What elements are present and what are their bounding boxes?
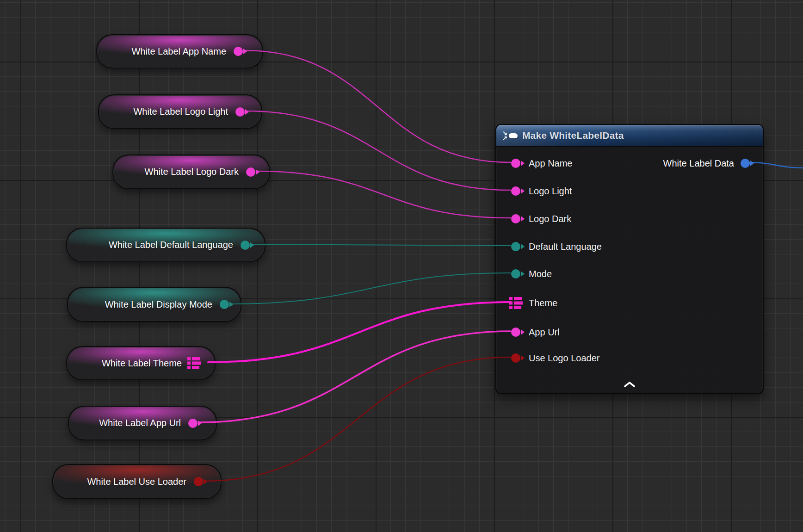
- input-pin-row[interactable]: Theme: [496, 294, 557, 312]
- input-pin-row[interactable]: Logo Light: [496, 182, 572, 200]
- variable-node[interactable]: White Label App Url: [68, 406, 217, 440]
- make-node-header[interactable]: ↘↗ Make WhiteLabelData: [496, 125, 763, 146]
- pin-label: Logo Dark: [529, 214, 571, 224]
- pin-label: Theme: [529, 298, 557, 309]
- pin-label: White Label Data: [663, 158, 734, 169]
- wire[interactable]: [230, 273, 511, 304]
- make-node[interactable]: ↘↗ Make WhiteLabelData App NameLogo Ligh…: [495, 124, 764, 394]
- variable-node[interactable]: White Label Use Loader: [52, 464, 222, 499]
- pin-label: Mode: [529, 269, 552, 279]
- node-title: Make WhiteLabelData: [522, 130, 624, 141]
- variable-node-label: White Label Theme: [102, 347, 182, 379]
- variable-node[interactable]: White Label Logo Light: [98, 94, 262, 129]
- blueprint-canvas[interactable]: White Label App NameWhite Label Logo Lig…: [0, 0, 803, 532]
- variable-node-label: White Label Default Language: [109, 229, 233, 261]
- input-pin-row[interactable]: Mode: [496, 265, 552, 283]
- variable-node-label: White Label Use Loader: [87, 465, 186, 498]
- data-pin-icon[interactable]: [511, 353, 520, 363]
- struct-pin-icon[interactable]: [509, 296, 523, 310]
- data-pin-icon[interactable]: [511, 242, 520, 251]
- wire[interactable]: [251, 244, 511, 246]
- input-pin-row[interactable]: Use Logo Loader: [496, 349, 599, 367]
- wire[interactable]: [208, 302, 511, 362]
- make-struct-icon: ↘↗: [502, 130, 518, 141]
- data-pin-icon[interactable]: [188, 419, 198, 428]
- wire[interactable]: [246, 111, 511, 190]
- data-pin-icon[interactable]: [741, 159, 750, 168]
- pin-label: Logo Light: [529, 186, 572, 197]
- variable-node-label: White Label Logo Dark: [145, 155, 239, 188]
- data-pin-icon[interactable]: [234, 47, 243, 56]
- data-pin-icon[interactable]: [511, 328, 520, 337]
- struct-pin-icon[interactable]: [187, 356, 201, 370]
- input-pin-row[interactable]: App Name: [496, 154, 573, 173]
- output-pin-row[interactable]: White Label Data: [663, 154, 750, 173]
- variable-node[interactable]: White Label App Name: [96, 34, 263, 68]
- data-pin-icon[interactable]: [511, 214, 520, 223]
- wire[interactable]: [204, 357, 511, 481]
- data-pin-icon[interactable]: [220, 300, 229, 309]
- wire[interactable]: [244, 50, 511, 162]
- data-pin-icon[interactable]: [511, 159, 520, 168]
- collapse-chevron-icon[interactable]: [623, 381, 636, 390]
- data-pin-icon[interactable]: [511, 186, 520, 196]
- data-pin-icon[interactable]: [246, 167, 255, 177]
- variable-node[interactable]: White Label Display Mode: [67, 287, 241, 322]
- variable-node-label: White Label Logo Light: [133, 95, 228, 128]
- variable-node-label: White Label App Url: [99, 407, 181, 439]
- wire[interactable]: [256, 171, 511, 218]
- variable-node[interactable]: White Label Logo Dark: [112, 155, 270, 189]
- data-pin-icon[interactable]: [194, 477, 203, 486]
- variable-node-label: White Label Display Mode: [105, 288, 212, 321]
- pin-label: App Url: [529, 327, 560, 338]
- pin-label: Use Logo Loader: [529, 353, 599, 364]
- pin-label: App Name: [529, 158, 573, 169]
- data-pin-icon[interactable]: [241, 241, 250, 250]
- variable-node[interactable]: White Label Default Language: [66, 228, 266, 262]
- input-pin-row[interactable]: Logo Dark: [496, 210, 571, 228]
- pin-label: Default Language: [529, 241, 602, 252]
- input-pin-row[interactable]: App Url: [496, 323, 560, 341]
- variable-node-label: White Label App Name: [131, 35, 226, 68]
- input-pin-row[interactable]: Default Language: [496, 237, 602, 256]
- data-pin-icon[interactable]: [511, 269, 520, 278]
- data-pin-icon[interactable]: [235, 107, 245, 117]
- variable-node[interactable]: White Label Theme: [66, 346, 216, 380]
- wire[interactable]: [198, 331, 511, 422]
